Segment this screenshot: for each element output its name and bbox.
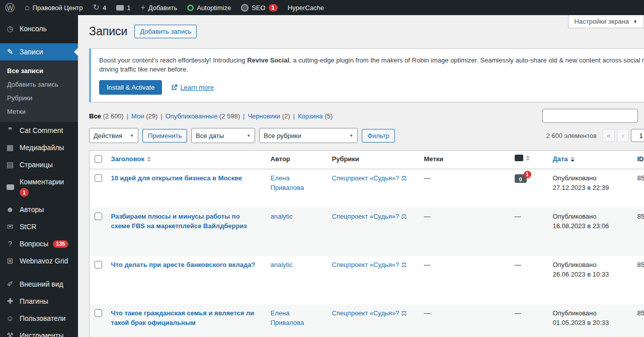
sidebar-item-authors[interactable]: ☻ Авторы — [0, 201, 78, 218]
install-activate-button[interactable]: Install & Activate — [99, 80, 162, 95]
pending-comments-badge: 1 — [20, 188, 29, 197]
hypercache-menu[interactable]: HyperCache — [283, 0, 329, 15]
first-page-button[interactable]: « — [603, 129, 615, 142]
tags-value: — — [424, 213, 431, 220]
filter-published[interactable]: Опубликованные (2 598) — [166, 112, 240, 120]
seo-menu[interactable]: SEO 1 — [236, 0, 283, 15]
site-menu[interactable]: ⌂ Правовой Центр — [20, 0, 88, 15]
filter-all[interactable]: Все (2 600) — [89, 112, 124, 120]
authors-icon: ☻ — [5, 205, 15, 214]
comments-value: — — [515, 213, 521, 220]
comments-icon — [116, 5, 124, 11]
tools-icon: ⚒ — [5, 331, 15, 337]
submenu-all-posts[interactable]: Все записи — [0, 64, 78, 78]
sidebar-item-label: Авторы — [20, 205, 44, 214]
category-link[interactable]: Спецпроект «Судья»? ⚖ — [332, 213, 407, 220]
sidebar-item-comments[interactable]: Комментарии 1 — [0, 173, 78, 201]
scales-icon: ⚖ — [401, 213, 407, 220]
post-id: 85 — [632, 256, 644, 304]
sidebar-item-dashboard[interactable]: ◷ Консоль — [0, 20, 78, 37]
filter-drafts[interactable]: Черновики (2) — [248, 112, 290, 120]
apply-button[interactable]: Применить — [142, 129, 187, 143]
search-input[interactable] — [542, 109, 638, 123]
bulk-actions-select[interactable]: Действия ▼ — [89, 128, 138, 143]
column-header-date[interactable]: Дата — [548, 151, 632, 169]
current-page-input[interactable] — [631, 129, 644, 142]
admin-sidebar: ◷ Консоль ✎ Записи Все записи Добавить з… — [0, 15, 78, 337]
submenu-add-post[interactable]: Добавить запись — [0, 78, 78, 91]
sidebar-item-webnavoz-grid[interactable]: ⊞ Webnavoz Grid — [0, 252, 78, 269]
admin-bar: Ⓦ ⌂ Правовой Центр ↻ 4 1 + Добавить Auto… — [0, 0, 644, 15]
new-content-menu[interactable]: + Добавить — [135, 0, 182, 15]
comments-count: 1 — [127, 4, 130, 12]
sidebar-item-label: Страницы — [20, 160, 53, 169]
notice-text-line1: Boost your content's reach effortlessly!… — [99, 56, 644, 65]
column-header-title[interactable]: Заголовок — [106, 151, 266, 169]
column-header-categories: Рубрики — [327, 151, 419, 169]
category-link[interactable]: Спецпроект «Судья»? ⚖ — [332, 261, 407, 268]
add-post-button[interactable]: Добавить запись — [134, 25, 197, 38]
sidebar-item-label: Плагины — [20, 297, 48, 306]
chevron-down-icon: ▼ — [130, 133, 134, 138]
author-link[interactable]: analytic — [271, 213, 293, 220]
pagination: 2 600 элементов « ‹ — [546, 129, 644, 142]
sidebar-item-questions[interactable]: ? Вопросы 135 — [0, 235, 78, 252]
post-title-link[interactable]: Разбираем плюсы и минусы работы по схеме… — [111, 213, 247, 230]
row-checkbox[interactable] — [95, 174, 102, 182]
author-link[interactable]: analytic — [271, 261, 293, 268]
select-all-checkbox[interactable] — [95, 155, 102, 163]
prev-page-button[interactable]: ‹ — [617, 129, 629, 142]
sidebar-item-cat-comment[interactable]: ❞ Cat Comment — [0, 122, 78, 139]
dates-filter-select[interactable]: Все даты ▼ — [191, 128, 255, 143]
row-checkbox[interactable] — [95, 261, 102, 268]
category-link[interactable]: Спецпроект «Судья»? ⚖ — [332, 309, 407, 317]
post-title-link[interactable]: Что такое гражданская семья и является л… — [111, 309, 255, 326]
author-link[interactable]: Елена Привалова — [271, 174, 304, 191]
filter-trash[interactable]: Корзина (5) — [298, 112, 333, 120]
sidebar-item-label: Cat Comment — [20, 126, 63, 135]
comments-value: — — [515, 309, 521, 317]
sort-arrows-icon — [571, 157, 575, 162]
author-link[interactable]: Елена Привалова — [271, 309, 304, 326]
sidebar-item-plugins[interactable]: ✚ Плагины — [0, 293, 78, 310]
dashboard-icon: ◷ — [5, 24, 15, 33]
post-status: Опубликовано — [553, 212, 627, 221]
main-content: Настройки экрана ▼ Записи Добавить запис… — [78, 15, 644, 337]
sidebar-item-posts[interactable]: ✎ Записи — [0, 43, 78, 60]
row-checkbox[interactable] — [95, 213, 102, 220]
learn-more-link[interactable]: Learn more — [171, 84, 213, 91]
row-checkbox[interactable] — [95, 309, 102, 317]
sidebar-item-users[interactable]: ☺ Пользователи — [0, 310, 78, 327]
post-date: 26.06.2023 в 10:33 — [553, 269, 627, 279]
admin-bar-comments-menu[interactable]: 1 — [111, 0, 135, 15]
column-header-comments[interactable] — [510, 151, 548, 169]
sidebar-item-appearance[interactable]: ✐ Внешний вид — [0, 276, 78, 293]
post-title-link[interactable]: Что делать при аресте банковского вклада… — [111, 261, 256, 268]
wp-logo-menu[interactable]: Ⓦ — [0, 0, 20, 15]
post-date: 01.05.2023 в 20:33 — [553, 318, 627, 327]
sidebar-item-label: Консоль — [20, 24, 47, 33]
autoptimize-menu[interactable]: Autoptimize — [182, 0, 236, 15]
table-nav-top: Действия ▼ Применить Все даты ▼ Все рубр… — [89, 128, 644, 143]
sidebar-item-label: Медиафайлы — [20, 143, 64, 152]
sidebar-item-label: Webnavoz Grid — [20, 256, 68, 265]
sidebar-item-pages[interactable]: ▤ Страницы — [0, 156, 78, 173]
wordpress-logo-icon: Ⓦ — [5, 3, 15, 13]
grid-icon: ⊞ — [5, 256, 15, 265]
post-title-link[interactable]: 10 идей для открытия бизнеса в Москве — [111, 174, 243, 182]
comments-count-bubble[interactable]: 0 1 — [515, 174, 527, 183]
sidebar-item-media[interactable]: ▦ Медиафайлы — [0, 139, 78, 156]
categories-filter-select[interactable]: Все рубрики ▼ — [259, 128, 358, 143]
post-status: Опубликовано — [553, 173, 627, 183]
chevron-down-icon: ▼ — [349, 133, 353, 138]
filter-button[interactable]: Фильтр — [362, 129, 395, 143]
submenu-categories[interactable]: Рубрики — [0, 91, 78, 105]
submenu-tags[interactable]: Метки — [0, 105, 78, 118]
sidebar-item-tools[interactable]: ⚒ Инструменты — [0, 327, 78, 337]
hypercache-label: HyperCache — [288, 4, 324, 12]
filter-mine[interactable]: Мои (29) — [131, 112, 157, 120]
category-link[interactable]: Спецпроект «Судья»? ⚖ — [332, 174, 407, 182]
updates-menu[interactable]: ↻ 4 — [88, 0, 112, 15]
screen-options-tab[interactable]: Настройки экрана ▼ — [568, 15, 644, 28]
sidebar-item-stcr[interactable]: ✉ StCR — [0, 218, 78, 235]
